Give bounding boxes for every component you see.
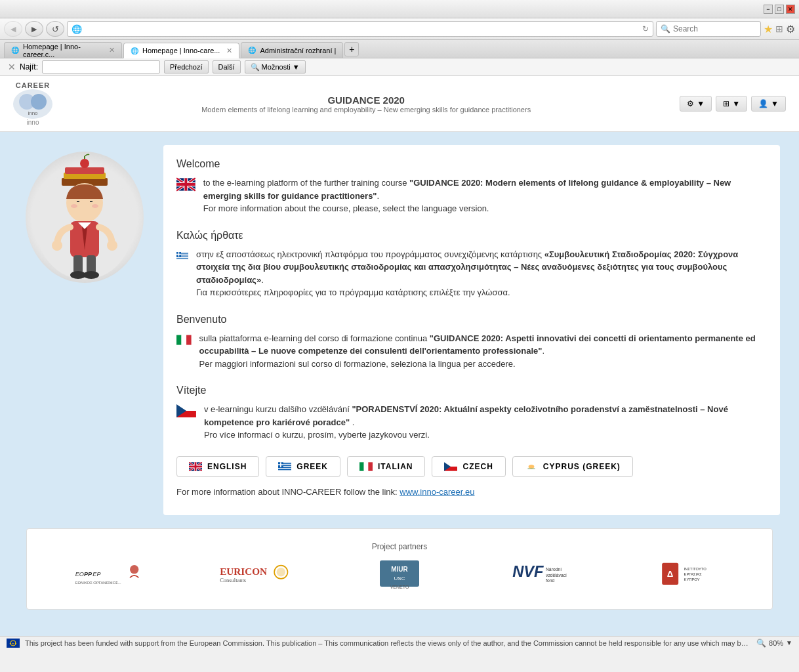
italian-title: Benvenuto bbox=[176, 314, 767, 326]
find-prev-button[interactable]: Předchozí bbox=[164, 60, 209, 74]
settings-button[interactable]: ⚙ ▼ bbox=[680, 96, 712, 112]
close-button[interactable]: ✕ bbox=[786, 5, 795, 14]
welcome-text-end: . bbox=[377, 191, 380, 201]
nvf-svg: NVF Národní vzdělávací fond bbox=[510, 557, 582, 593]
greek-button[interactable]: GREEK bbox=[266, 456, 340, 477]
tab-label-1: Homepage | Inno-career.c... bbox=[23, 43, 102, 58]
title-bar: − □ ✕ bbox=[0, 0, 799, 18]
greek-title: Καλώς ήρθατε bbox=[176, 230, 767, 242]
status-text: This project has been funded with suppor… bbox=[25, 639, 751, 647]
layout-chevron: ▼ bbox=[732, 99, 740, 108]
svg-rect-68 bbox=[364, 462, 369, 471]
czech-button[interactable]: CZECH bbox=[432, 456, 505, 477]
maximize-button[interactable]: □ bbox=[775, 5, 784, 14]
svg-text:Δ: Δ bbox=[667, 568, 674, 578]
svg-rect-32 bbox=[176, 183, 195, 186]
czech-text: v e-learningu kurzu dalšího vzdělávání "… bbox=[204, 403, 767, 442]
tab-close-1[interactable]: ✕ bbox=[109, 46, 115, 54]
svg-rect-6 bbox=[65, 167, 104, 174]
welcome-content: to the e-learning platform of the furthe… bbox=[176, 177, 767, 215]
greek-text-normal: στην εξ αποστάσεως ηλεκτρονική πλατφόρμα… bbox=[196, 249, 544, 259]
nvf-logo-content: NVF Národní vzdělávací fond bbox=[510, 557, 582, 595]
eu-flag-svg: ★★★ bbox=[7, 639, 20, 648]
find-close-icon[interactable]: ✕ bbox=[8, 62, 16, 72]
tab-1[interactable]: 🌐 Homepage | Inno-career.c... ✕ bbox=[4, 42, 122, 58]
forward-button[interactable]: ▶ bbox=[25, 21, 43, 37]
svg-text:Národní: Národní bbox=[546, 567, 562, 572]
tab-label-3: Administrační rozhraní | bbox=[260, 47, 336, 54]
find-options-chevron: ▼ bbox=[293, 63, 300, 71]
welcome-text2: For more information about the course, p… bbox=[203, 203, 489, 213]
partner-section: Project partners EO PP EP ΕΘΝΙΚΟΣ ΟΡΓΑΝΙ… bbox=[40, 542, 759, 596]
svg-rect-20 bbox=[73, 255, 83, 274]
svg-rect-67 bbox=[359, 462, 364, 471]
svg-text:ΚΥΠΡΟΥ: ΚΥΠΡΟΥ bbox=[684, 578, 700, 581]
ergasias-logo: Δ ΙΝΣΤΙΤΟΥΤΟ ΕΡΓΑΣΙΑΣ ΚΥΠΡΟΥ bbox=[626, 556, 759, 596]
greek-flag-icon bbox=[176, 248, 188, 264]
search-input[interactable] bbox=[673, 24, 756, 33]
favorites-icon-2[interactable]: ⊞ bbox=[775, 24, 783, 34]
header-title-area: GUIDANCE 2020 Modern elements of lifelon… bbox=[66, 94, 666, 114]
welcome-section: Welcome bbox=[176, 158, 767, 215]
find-input[interactable]: for more bbox=[42, 60, 160, 74]
czech-flag-small bbox=[444, 462, 457, 471]
favorites-icon[interactable]: ★ bbox=[764, 23, 773, 35]
inno-career-link[interactable]: www.inno-career.eu bbox=[400, 487, 474, 497]
new-tab-button[interactable]: + bbox=[344, 42, 359, 56]
svg-rect-63 bbox=[278, 470, 291, 471]
character-illustration bbox=[26, 152, 144, 283]
greek-section: Καλώς ήρθατε bbox=[176, 230, 767, 299]
euricon-logo: EURICON Consultants bbox=[186, 556, 319, 596]
user-button[interactable]: 👤 ▼ bbox=[751, 96, 786, 112]
svg-rect-39 bbox=[176, 259, 188, 259]
find-label: Najít: bbox=[20, 62, 38, 72]
svg-text:fond: fond bbox=[546, 578, 554, 583]
svg-rect-45 bbox=[186, 335, 192, 345]
czech-flag-icon bbox=[176, 403, 196, 419]
tools-icon[interactable]: ⚙ bbox=[786, 23, 795, 35]
cyprus-button[interactable]: CYPRUS (GREEK) bbox=[512, 456, 633, 477]
svg-text:★★★: ★★★ bbox=[9, 642, 17, 645]
svg-text:ΕΘΝΙΚΟΣ ΟΡΓΑΝΙΣΜΟΣ...: ΕΘΝΙΚΟΣ ΟΡΓΑΝΙΣΜΟΣ... bbox=[75, 581, 121, 585]
eu-flag-icon: ★★★ bbox=[7, 639, 20, 648]
cyprus-label: CYPRUS (GREEK) bbox=[543, 462, 621, 471]
back-button[interactable]: ◀ bbox=[4, 21, 22, 37]
czech-title: Vítejte bbox=[176, 385, 767, 396]
footer-logos: Project partners EO PP EP ΕΘΝΙΚΟΣ ΟΡΓΑΝΙ… bbox=[26, 528, 773, 610]
minimize-button[interactable]: − bbox=[764, 5, 773, 14]
layout-button[interactable]: ⊞ ▼ bbox=[716, 96, 747, 112]
address-bar: 🌐 http://www.inno-career.com/ ↻ bbox=[67, 21, 653, 37]
welcome-text-normal: to the e-learning platform of the furthe… bbox=[203, 178, 409, 188]
greek-flag-small bbox=[278, 462, 291, 471]
user-icon: 👤 bbox=[758, 99, 768, 108]
tab-favicon-1: 🌐 bbox=[11, 47, 19, 54]
english-button[interactable]: ENGLISH bbox=[176, 456, 259, 477]
zoom-level: 80% bbox=[769, 639, 783, 647]
find-next-button[interactable]: Další bbox=[213, 60, 241, 74]
greek-label: GREEK bbox=[297, 462, 328, 471]
zoom-chevron: ▼ bbox=[786, 639, 792, 646]
italian-text2: Per maggiori informazioni sul corso di f… bbox=[199, 359, 516, 369]
tab-close-2[interactable]: ✕ bbox=[226, 47, 232, 55]
refresh-button[interactable]: ↺ bbox=[46, 21, 64, 37]
main-content: Welcome bbox=[6, 132, 793, 528]
tab-favicon-2: 🌐 bbox=[131, 47, 138, 54]
page-wrapper: CAREER inno inno GUIDANCE 2020 Modern el… bbox=[0, 76, 799, 636]
tab-2[interactable]: 🌐 Homepage | Inno-care... ✕ bbox=[123, 43, 239, 58]
svg-point-80 bbox=[130, 565, 138, 574]
find-options-button[interactable]: 🔍 Možnosti ▼ bbox=[245, 60, 306, 74]
right-panel: Welcome bbox=[163, 145, 780, 515]
italian-flag-icon bbox=[176, 332, 192, 348]
site-subtitle: Modern elements of lifelong learning and… bbox=[66, 106, 666, 114]
italian-button[interactable]: ITALIAN bbox=[347, 456, 425, 477]
italian-text-end: . bbox=[542, 346, 544, 356]
svg-rect-43 bbox=[176, 335, 182, 345]
character-svg bbox=[32, 152, 137, 283]
italian-flag-small bbox=[359, 462, 373, 471]
url-input[interactable]: http://www.inno-career.com/ bbox=[86, 24, 638, 33]
nvf-logo: NVF Národní vzdělávací fond bbox=[480, 556, 613, 596]
svg-rect-57 bbox=[189, 465, 202, 467]
tab-3[interactable]: 🌐 Administrační rozhraní | bbox=[241, 42, 343, 58]
svg-rect-38 bbox=[176, 257, 188, 257]
svg-text:inno: inno bbox=[28, 110, 38, 116]
